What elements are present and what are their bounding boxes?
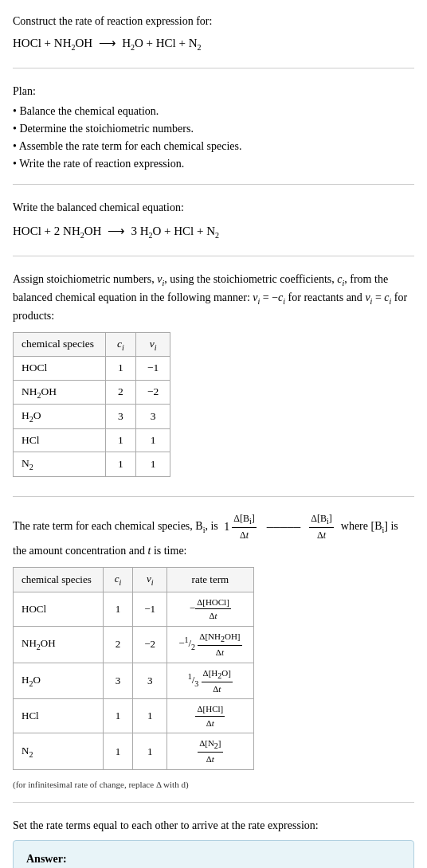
- col-header-vi: νi: [135, 332, 170, 357]
- vi-nh2oh: −2: [135, 380, 170, 405]
- ci-hocl: 1: [106, 357, 136, 380]
- table-row: H2O 3 3 1/3 Δ[H2O]Δt: [14, 663, 254, 699]
- rate-col-term: rate term: [167, 568, 253, 592]
- table-row: HCl 1 1: [14, 428, 170, 452]
- table-row: NH2OH 2 −2 −1/2 Δ[NH2OH]Δt: [14, 626, 254, 663]
- species-hcl: HCl: [14, 428, 106, 452]
- balanced-reaction: HOCl + 2 NH2OH ⟶ 3 H2O + HCl + N2: [13, 222, 414, 241]
- plan-item-4: • Write the rate of reaction expression.: [13, 155, 414, 172]
- table-row: NH2OH 2 −2: [14, 380, 170, 405]
- rate-term-section: The rate term for each chemical species,…: [13, 511, 414, 803]
- ci-nh2oh: 2: [106, 380, 136, 405]
- rate-col-ci: ci: [103, 568, 133, 592]
- rt-term-nh2oh: −1/2 Δ[NH2OH]Δt: [167, 626, 253, 663]
- balanced-title: Write the balanced chemical equation:: [13, 199, 414, 216]
- species-h2o: H2O: [14, 405, 106, 429]
- ci-n2: 1: [106, 452, 136, 477]
- answer-section: Set the rate terms equal to each other t…: [13, 817, 414, 868]
- rt-ci-h2o: 3: [103, 663, 133, 699]
- rt-term-h2o: 1/3 Δ[H2O]Δt: [167, 663, 253, 699]
- plan-item-1: • Balance the chemical equation.: [13, 103, 414, 119]
- vi-h2o: 3: [135, 405, 170, 429]
- rate-table: chemical species ci νi rate term HOCl 1 …: [13, 567, 254, 770]
- rate-col-species: chemical species: [14, 568, 104, 592]
- species-hocl: HOCl: [14, 357, 106, 380]
- rt-ci-n2: 1: [103, 733, 133, 770]
- ci-h2o: 3: [106, 405, 136, 429]
- stoich-table: chemical species ci νi HOCl 1 −1 NH2OH 2…: [13, 332, 170, 477]
- table-row: N2 1 1 Δ[N2]Δt: [14, 733, 254, 770]
- vi-n2: 1: [135, 452, 170, 477]
- rt-species-n2: N2: [14, 733, 104, 770]
- col-header-species: chemical species: [14, 332, 106, 357]
- species-n2: N2: [14, 452, 106, 477]
- rt-species-nh2oh: NH2OH: [14, 626, 104, 663]
- rt-ci-hcl: 1: [103, 699, 133, 733]
- vi-hocl: −1: [135, 357, 170, 380]
- rt-term-hocl: −Δ[HOCl]Δt: [167, 592, 253, 626]
- ci-hcl: 1: [106, 428, 136, 452]
- table-row: H2O 3 3: [14, 405, 170, 429]
- table-row: HCl 1 1 Δ[HCl]Δt: [14, 699, 254, 733]
- plan-item-3: • Assemble the rate term for each chemic…: [13, 138, 414, 154]
- plan-title: Plan:: [13, 83, 414, 100]
- problem-section: Construct the rate of reaction expressio…: [13, 13, 414, 68]
- rt-vi-n2: 1: [133, 733, 167, 770]
- rt-species-h2o: H2O: [14, 663, 104, 699]
- rt-ci-hocl: 1: [103, 592, 133, 626]
- answer-box: Answer: rate = − Δ[HOCl] Δt = −1/2 Δ[NH2…: [13, 840, 414, 868]
- table-row: HOCl 1 −1: [14, 357, 170, 380]
- rt-term-n2: Δ[N2]Δt: [167, 733, 253, 770]
- rt-species-hocl: HOCl: [14, 592, 104, 626]
- set-equal-para: Set the rate terms equal to each other t…: [13, 817, 414, 834]
- vi-hcl: 1: [135, 428, 170, 452]
- rate-table-note: (for infinitesimal rate of change, repla…: [13, 778, 414, 792]
- stoich-para: Assign stoichiometric numbers, νi, using…: [13, 271, 414, 324]
- answer-label: Answer:: [26, 850, 401, 867]
- balanced-section: Write the balanced chemical equation: HO…: [13, 199, 414, 256]
- rt-vi-hcl: 1: [133, 699, 167, 733]
- rt-species-hcl: HCl: [14, 699, 104, 733]
- table-row: HOCl 1 −1 −Δ[HOCl]Δt: [14, 592, 254, 626]
- rate-col-vi: νi: [133, 568, 167, 592]
- rt-ci-nh2oh: 2: [103, 626, 133, 663]
- reaction-original: HOCl + NH2OH ⟶ H2O + HCl + N2: [13, 34, 414, 53]
- col-header-ci: ci: [106, 332, 136, 357]
- stoich-section: Assign stoichiometric numbers, νi, using…: [13, 271, 414, 497]
- plan-section: Plan: • Balance the chemical equation. •…: [13, 83, 414, 185]
- species-nh2oh: NH2OH: [14, 380, 106, 405]
- rate-term-intro: The rate term for each chemical species,…: [13, 511, 414, 559]
- rt-term-hcl: Δ[HCl]Δt: [167, 699, 253, 733]
- table-row: N2 1 1: [14, 452, 170, 477]
- plan-item-2: • Determine the stoichiometric numbers.: [13, 120, 414, 137]
- main-title: Construct the rate of reaction expressio…: [13, 13, 414, 29]
- rt-vi-h2o: 3: [133, 663, 167, 699]
- rt-vi-nh2oh: −2: [133, 626, 167, 663]
- rt-vi-hocl: −1: [133, 592, 167, 626]
